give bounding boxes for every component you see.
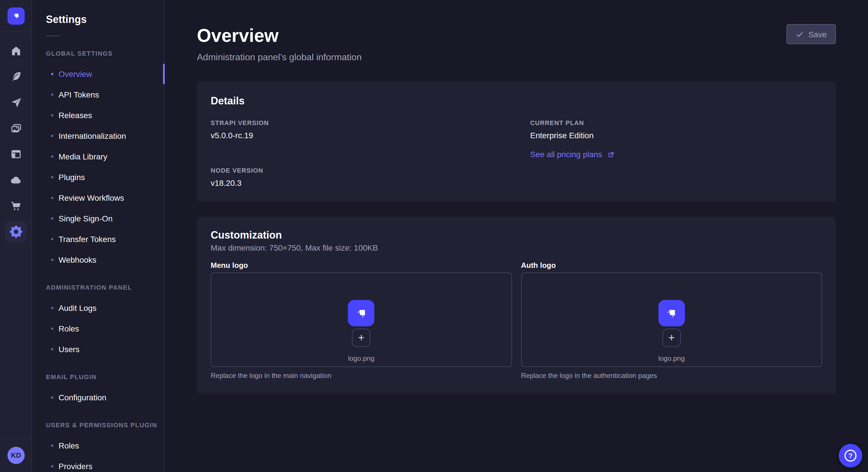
nav-item-internationalization[interactable]: Internationalization: [32, 126, 164, 146]
strapi-version-value: v5.0.0-rc.19: [211, 131, 503, 140]
bullet-icon: [51, 94, 53, 96]
rail-item-cloud[interactable]: [5, 169, 27, 191]
menu-logo-caption: Replace the logo in the main navigation: [211, 372, 512, 380]
subnav-title: Settings: [46, 14, 164, 26]
node-version-label: NODE VERSION: [211, 167, 503, 174]
bullet-icon: [51, 348, 53, 350]
current-plan-field: CURRENT PLAN Enterprise Edition: [530, 119, 822, 140]
main-content: Overview Administration panel’s global i…: [165, 0, 868, 472]
workplace-logo[interactable]: [7, 7, 24, 25]
main-nav-rail: KD: [0, 0, 32, 472]
nav-item-admin-roles[interactable]: Roles: [32, 318, 164, 339]
details-card: Details STRAPI VERSION v5.0.0-rc.19 NODE…: [197, 81, 836, 202]
images-icon: [9, 122, 22, 135]
details-heading: Details: [211, 95, 822, 107]
auth-logo-preview: [658, 300, 685, 326]
page-subtitle: Administration panel’s global informatio…: [197, 52, 836, 63]
auth-logo-add-button[interactable]: +: [662, 329, 681, 347]
nav-item-overview[interactable]: Overview: [32, 64, 164, 84]
rail-item-layout[interactable]: [5, 143, 27, 165]
rail-divider: [0, 32, 32, 32]
question-mark-icon: ?: [844, 450, 857, 462]
avatar-initials: KD: [11, 451, 21, 460]
nav-item-plugins[interactable]: Plugins: [32, 167, 164, 188]
page-title: Overview: [197, 25, 836, 46]
home-icon: [9, 45, 22, 57]
check-icon: [796, 30, 804, 38]
customization-constraints: Max dimension: 750×750, Max file size: 1…: [211, 243, 822, 253]
auth-logo-block: Auth logo + logo.png: [521, 261, 822, 380]
rail-item-home[interactable]: [5, 40, 27, 62]
user-avatar[interactable]: KD: [7, 447, 25, 464]
nav-item-review-workflows[interactable]: Review Workflows: [32, 188, 164, 208]
node-version-value: v18.20.3: [211, 178, 503, 188]
strapi-logo-icon: [664, 305, 679, 321]
nav-list-global-settings: Overview API Tokens Releases Internation…: [32, 64, 164, 270]
bullet-icon: [51, 259, 53, 261]
nav-item-media-library[interactable]: Media Library: [32, 146, 164, 167]
bullet-icon: [51, 135, 53, 137]
layout-window-icon: [9, 148, 22, 161]
rail-item-marketplace[interactable]: [5, 195, 27, 217]
nav-item-email-configuration[interactable]: Configuration: [32, 387, 164, 408]
bullet-icon: [51, 396, 53, 399]
menu-logo-block: Menu logo + logo.png: [211, 261, 512, 380]
auth-logo-label: Auth logo: [521, 261, 822, 270]
rail-item-content-feather[interactable]: [5, 66, 27, 88]
bullet-icon: [51, 73, 53, 75]
nav-item-audit-logs[interactable]: Audit Logs: [32, 298, 164, 318]
bullet-icon: [51, 156, 53, 158]
pricing-plans-link-label: See all pricing plans: [530, 150, 602, 160]
current-plan-label: CURRENT PLAN: [530, 119, 822, 127]
rail-item-send[interactable]: [5, 92, 27, 113]
auth-logo-upload-box[interactable]: + logo.png: [521, 272, 822, 367]
rail-bottom-divider: [0, 439, 32, 439]
save-button[interactable]: Save: [786, 24, 836, 44]
nav-item-webhooks[interactable]: Webhooks: [32, 249, 164, 270]
strapi-logo-icon: [353, 305, 369, 321]
menu-logo-add-button[interactable]: +: [352, 329, 371, 347]
nav-item-single-sign-on[interactable]: Single Sign-On: [32, 208, 164, 229]
rail-item-settings[interactable]: [5, 221, 27, 243]
bullet-icon: [51, 307, 53, 309]
section-label-users-permissions-plugin: USERS & PERMISSIONS PLUGIN: [46, 422, 164, 429]
help-button[interactable]: ?: [839, 444, 862, 467]
settings-subnav: Settings GLOBAL SETTINGS Overview API To…: [32, 0, 165, 472]
current-plan-value: Enterprise Edition: [530, 131, 822, 140]
bullet-icon: [51, 328, 53, 330]
section-label-email-plugin: EMAIL PLUGIN: [46, 373, 164, 380]
section-label-administration-panel: ADMINISTRATION PANEL: [46, 284, 164, 291]
auth-logo-caption: Replace the logo in the authentication p…: [521, 372, 822, 380]
details-left-column: STRAPI VERSION v5.0.0-rc.19 NODE VERSION…: [211, 119, 503, 188]
external-link-icon: [607, 150, 615, 159]
bullet-icon: [51, 444, 53, 447]
bullet-icon: [51, 238, 53, 240]
customization-heading: Customization: [211, 229, 822, 241]
nav-item-admin-users[interactable]: Users: [32, 339, 164, 360]
nav-item-transfer-tokens[interactable]: Transfer Tokens: [32, 229, 164, 249]
nav-item-up-roles[interactable]: Roles: [32, 435, 164, 456]
bullet-icon: [51, 176, 53, 178]
menu-logo-upload-box[interactable]: + logo.png: [211, 272, 512, 367]
nav-item-releases[interactable]: Releases: [32, 105, 164, 126]
bullet-icon: [51, 465, 53, 467]
section-label-global-settings: GLOBAL SETTINGS: [46, 50, 164, 57]
details-right-column: CURRENT PLAN Enterprise Edition See all …: [530, 119, 822, 188]
nav-item-api-tokens[interactable]: API Tokens: [32, 84, 164, 105]
feather-icon: [9, 71, 22, 83]
cloud-icon: [9, 174, 22, 187]
save-button-label: Save: [808, 30, 827, 39]
plus-icon: +: [358, 332, 364, 343]
customization-card: Customization Max dimension: 750×750, Ma…: [197, 217, 836, 394]
menu-logo-filename: logo.png: [348, 355, 374, 363]
strapi-admin-window: KD Settings GLOBAL SETTINGS Overview API…: [0, 0, 868, 472]
pricing-plans-link[interactable]: See all pricing plans: [530, 150, 822, 160]
menu-logo-preview: [348, 300, 375, 326]
question-mark-glyph: ?: [848, 452, 853, 460]
gear-icon: [9, 225, 22, 238]
rail-item-media-library[interactable]: [5, 117, 27, 139]
nav-item-up-providers[interactable]: Providers: [32, 456, 164, 472]
strapi-version-label: STRAPI VERSION: [211, 119, 503, 127]
subnav-divider: [46, 36, 60, 36]
plus-icon: +: [668, 332, 675, 343]
